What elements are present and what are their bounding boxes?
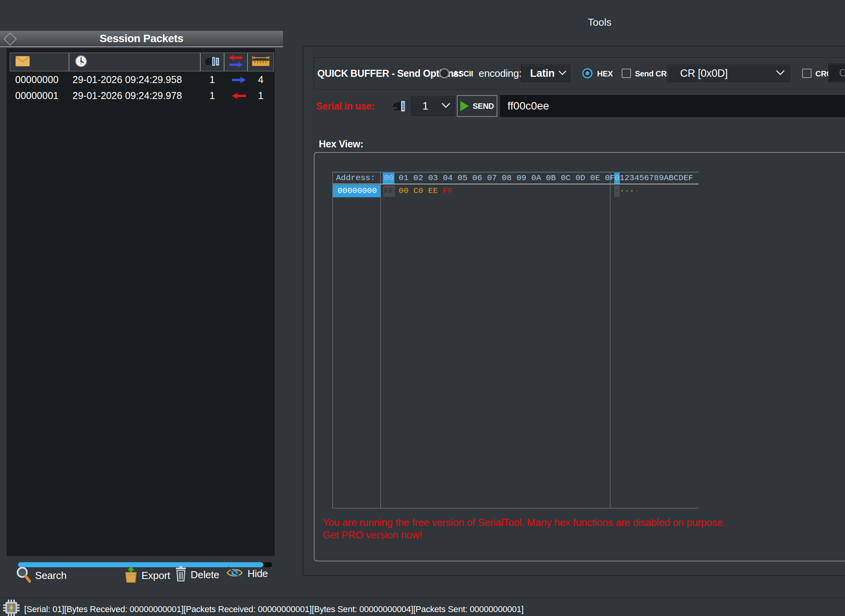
sent-arrow-icon xyxy=(232,77,246,85)
hex-table-address-separator xyxy=(380,172,381,508)
send-button[interactable]: SEND xyxy=(457,95,497,117)
crc-type-dropdown[interactable]: C xyxy=(828,64,845,82)
hex-view-label: Hex View: xyxy=(319,138,363,150)
hide-label: Hide xyxy=(247,568,268,580)
hex-view-groupbox xyxy=(314,152,845,561)
ascii-char[interactable]: · xyxy=(624,186,629,195)
hex-header-underline xyxy=(333,184,698,184)
search-label: Search xyxy=(35,570,67,582)
packet-timestamp: 29-01-2026 09:24:29.958 xyxy=(72,72,182,88)
received-arrow-icon xyxy=(232,93,246,101)
hex-byte[interactable]: 00 xyxy=(399,186,408,195)
crc-checkbox[interactable] xyxy=(802,69,811,78)
eye-slash-icon xyxy=(226,566,243,581)
export-label: Export xyxy=(141,570,170,582)
hide-button[interactable]: Hide xyxy=(226,566,268,581)
ascii-radio[interactable] xyxy=(439,68,449,78)
hex-byte[interactable]: C0 xyxy=(414,186,423,195)
export-icon xyxy=(124,566,138,585)
hex-byte[interactable]: FF xyxy=(443,186,453,195)
column-header-direction[interactable] xyxy=(224,53,247,71)
statusbar-divider xyxy=(0,597,845,598)
ascii-char[interactable]: · xyxy=(615,186,620,195)
chevron-down-icon xyxy=(441,103,451,110)
send-crlf-checkbox[interactable] xyxy=(622,69,631,78)
encoding-dropdown[interactable]: Latin xyxy=(521,65,570,82)
ascii-row-chars[interactable]: ····· xyxy=(615,186,639,195)
address-column-header: Address: xyxy=(336,173,375,182)
serial-in-use-label: Serial in use: xyxy=(316,101,375,112)
column-header-packet[interactable] xyxy=(10,53,69,71)
trash-icon xyxy=(175,566,186,583)
export-button[interactable]: Export xyxy=(124,566,170,585)
session-packets-list xyxy=(7,48,275,556)
play-icon xyxy=(460,101,469,111)
line-ending-value: CR [0x0D] xyxy=(680,67,728,80)
packet-row[interactable]: 00000000 29-01-2026 09:24:29.958 1 4 xyxy=(10,72,274,88)
hex-table-left-border xyxy=(332,172,333,508)
packet-length: 1 xyxy=(247,88,274,104)
packet-serial: 1 xyxy=(200,72,224,88)
column-header-timestamp[interactable] xyxy=(69,53,200,71)
search-icon xyxy=(16,566,32,585)
ascii-column-headers: 0123456789ABCDEF xyxy=(615,173,693,182)
hex-row-address[interactable]: 00000000 xyxy=(338,186,377,195)
serial-connector-icon xyxy=(392,98,410,115)
ascii-radio-label: ASCII xyxy=(453,69,473,78)
free-version-warning-line1: You are running the free version of Seri… xyxy=(323,517,725,529)
chevron-down-icon xyxy=(776,70,785,77)
hex-column-headers: 00 01 02 03 04 05 06 07 08 09 0A 0B 0C 0… xyxy=(384,173,615,182)
packet-timestamp: 29-01-2026 09:24:29.978 xyxy=(72,88,182,104)
delete-button[interactable]: Delete xyxy=(175,566,219,583)
hex-row-bytes[interactable]: FF 00 C0 EE FF xyxy=(384,186,453,195)
crc-type-value: C xyxy=(839,67,845,79)
line-ending-dropdown[interactable]: CR [0x0D] xyxy=(667,65,790,82)
send-button-label: SEND xyxy=(473,102,494,111)
packet-id: 00000000 xyxy=(15,72,58,88)
ruler-icon xyxy=(251,56,270,68)
ascii-char[interactable]: · xyxy=(629,186,635,195)
tools-panel-title[interactable]: Tools xyxy=(588,16,612,28)
clock-icon xyxy=(75,55,87,69)
column-header-length[interactable] xyxy=(247,53,274,71)
envelope-icon xyxy=(16,56,30,68)
hex-table-top-border xyxy=(332,172,698,172)
serial-port-dropdown[interactable]: 1 xyxy=(411,96,455,116)
hex-table-bottom-border xyxy=(332,508,698,508)
hex-table-ascii-separator xyxy=(610,172,610,508)
packet-serial: 1 xyxy=(200,88,224,104)
hex-radio[interactable] xyxy=(582,68,592,78)
chip-icon xyxy=(3,600,19,616)
ascii-char[interactable]: · xyxy=(634,186,639,195)
delete-label: Delete xyxy=(191,569,219,581)
hex-byte[interactable]: EE xyxy=(428,186,438,195)
chevron-down-icon xyxy=(558,70,567,77)
free-version-warning-line2: Get PRO version now! xyxy=(323,529,422,541)
ascii-char[interactable]: · xyxy=(620,186,625,195)
quick-buffer-input[interactable] xyxy=(500,95,845,117)
serialtool-window: { "session_packets": { "title": "Session… xyxy=(0,0,845,616)
packet-length: 4 xyxy=(247,72,274,88)
statusbar-text: [Serial: 01][Bytes Received: 00000000001… xyxy=(24,604,523,614)
packet-id: 00000001 xyxy=(15,88,58,104)
hex-byte[interactable]: FF xyxy=(384,186,394,195)
session-packets-titlebar[interactable]: Session Packets xyxy=(0,31,283,47)
packet-row[interactable]: 00000001 29-01-2026 09:24:29.978 1 1 xyxy=(10,88,274,104)
encoding-label: encoding: xyxy=(479,67,521,80)
direction-arrows-icon xyxy=(229,55,243,69)
search-button[interactable]: Search xyxy=(16,566,67,585)
hex-radio-label: HEX xyxy=(597,69,613,78)
serial-port-icon xyxy=(205,55,220,69)
session-packets-title: Session Packets xyxy=(0,31,283,46)
column-header-serial[interactable] xyxy=(200,53,224,71)
serial-port-value: 1 xyxy=(422,100,428,112)
encoding-value: Latin xyxy=(530,67,555,80)
